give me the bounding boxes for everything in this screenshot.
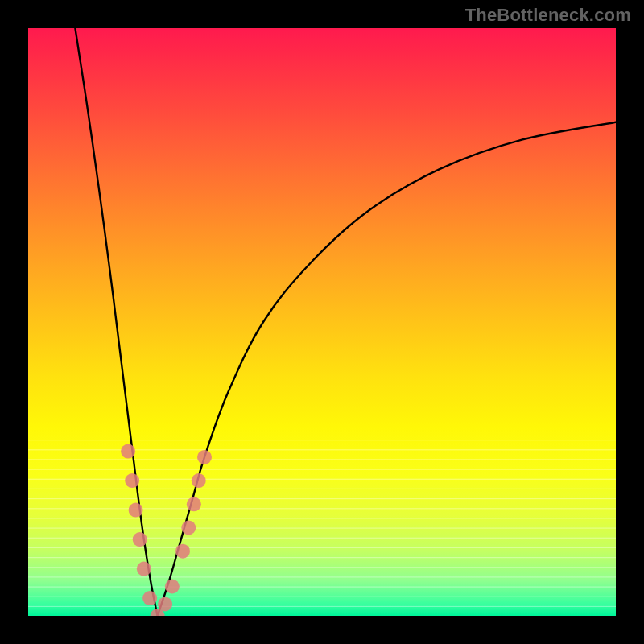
data-marker (187, 497, 201, 511)
highlight-band (28, 567, 616, 568)
curve-svg (28, 28, 616, 616)
highlight-band (28, 459, 616, 460)
data-marker (165, 580, 180, 594)
highlight-band (28, 449, 616, 450)
highlight-band (28, 469, 616, 470)
highlight-band (28, 587, 616, 588)
data-marker (137, 562, 151, 576)
highlight-band (28, 440, 616, 440)
highlight-band (28, 489, 616, 489)
data-marker (197, 450, 212, 464)
highlight-band (28, 576, 616, 577)
data-marker (175, 544, 190, 559)
watermark-text: TheBottleneck.com (465, 5, 631, 26)
highlight-band (28, 547, 616, 548)
highlight-band (28, 606, 616, 607)
data-marker (129, 503, 143, 518)
data-marker (192, 473, 206, 488)
data-marker (142, 591, 157, 605)
data-marker (125, 473, 139, 488)
highlight-band (28, 518, 616, 518)
highlight-bands (28, 440, 616, 607)
highlight-band (28, 557, 616, 558)
chart-frame: TheBottleneck.com (0, 0, 644, 644)
highlight-band (28, 479, 616, 480)
data-marker (158, 597, 172, 611)
curve-right-branch (158, 122, 616, 616)
highlight-band (28, 498, 616, 499)
data-marker (133, 532, 147, 547)
highlight-band (28, 528, 616, 529)
plot-area (28, 28, 616, 616)
highlight-band (28, 597, 616, 597)
highlight-band (28, 538, 616, 539)
highlight-band (28, 508, 616, 509)
data-marker (121, 444, 135, 459)
data-marker (181, 521, 196, 535)
